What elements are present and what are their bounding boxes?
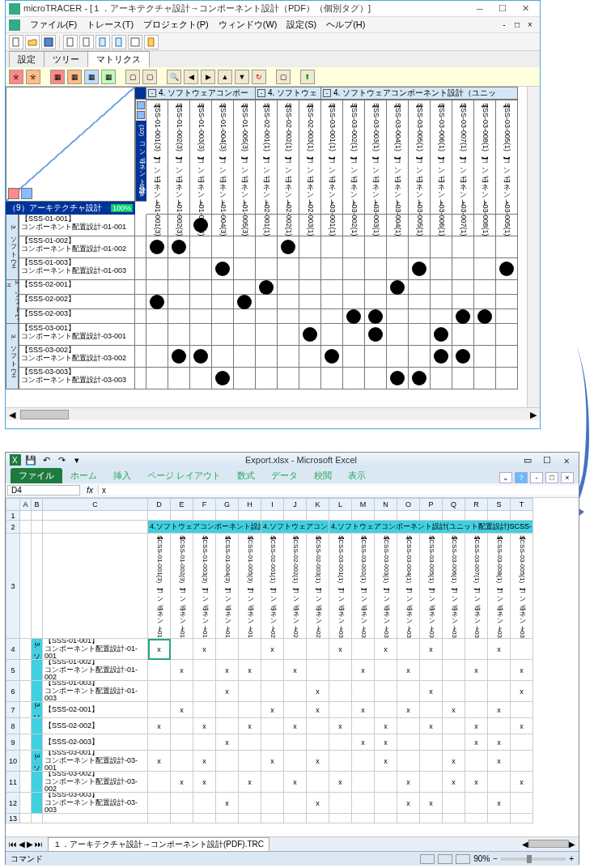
matrix-cell[interactable]: [299, 236, 321, 258]
data-cell[interactable]: x: [193, 751, 216, 772]
data-cell[interactable]: [375, 793, 397, 814]
data-cell[interactable]: x: [465, 718, 488, 734]
matrix-cell[interactable]: [256, 346, 278, 368]
col-letter[interactable]: K: [307, 498, 329, 511]
maximize-button[interactable]: ☐: [491, 2, 514, 16]
cell[interactable]: [43, 534, 148, 639]
cell[interactable]: [20, 751, 32, 772]
data-cell[interactable]: x: [488, 751, 511, 772]
data-cell[interactable]: [352, 681, 375, 702]
matrix-cell[interactable]: [343, 346, 365, 368]
data-cell[interactable]: [216, 639, 239, 660]
matrix-cell[interactable]: [431, 215, 452, 236]
data-cell[interactable]: [443, 660, 465, 681]
col-header[interactable]: 【SSS-01-003(3)】 コンポーネント-01-003(3): [190, 100, 212, 215]
matrix-cell[interactable]: [387, 295, 409, 309]
col-header[interactable]: 【SSS-01-002(3)】 コンポーネント-01-002(3): [168, 100, 190, 215]
matrix-cell[interactable]: [409, 236, 431, 258]
col-group-header[interactable]: 4.ソフトウェアコンポーネント設計(ユ: [148, 521, 261, 534]
matrix-cell[interactable]: [168, 215, 190, 236]
matrix-cell[interactable]: [190, 215, 212, 236]
zoom-in-icon[interactable]: +: [569, 854, 574, 863]
col-header[interactable]: 【SCSS-03-007(1)】 コンポーネント-03-007(1): [465, 534, 488, 639]
matrix-cell[interactable]: [474, 215, 496, 236]
matrix-cell[interactable]: [387, 236, 409, 258]
row-category[interactable]: 3. ソフトウェ: [6, 280, 19, 324]
excel-maximize[interactable]: ☐: [538, 455, 556, 466]
cell[interactable]: [20, 511, 32, 521]
matrix-cell[interactable]: [474, 258, 496, 280]
cell[interactable]: [216, 511, 239, 521]
cell[interactable]: [397, 814, 420, 823]
matrix-cell[interactable]: [409, 368, 431, 389]
matrix-cell[interactable]: [146, 368, 168, 389]
cell[interactable]: [20, 734, 32, 751]
matrix-cell[interactable]: [168, 236, 190, 258]
stub-icon2[interactable]: [137, 111, 145, 119]
matrix-cell[interactable]: [278, 236, 299, 258]
cell[interactable]: [193, 814, 216, 823]
matrix-cell[interactable]: [387, 280, 409, 295]
matrix-cell[interactable]: [431, 309, 452, 324]
matrix-cell[interactable]: [387, 324, 409, 346]
data-cell[interactable]: [465, 702, 488, 718]
row-number[interactable]: 2: [6, 521, 20, 534]
matrix-cell[interactable]: [234, 236, 256, 258]
matrix-cell[interactable]: [452, 368, 474, 389]
matrix-cell[interactable]: [212, 368, 234, 389]
matrix-cell[interactable]: [365, 324, 387, 346]
matrix-cell[interactable]: [474, 309, 496, 324]
col-letter[interactable]: F: [193, 498, 216, 511]
data-cell[interactable]: [443, 681, 465, 702]
view-tab[interactable]: マトリクス: [87, 51, 150, 67]
data-cell[interactable]: [443, 718, 465, 734]
data-cell[interactable]: x: [352, 734, 375, 751]
data-cell[interactable]: [511, 734, 533, 751]
row-header[interactable]: 【SSS-01-001】コンポーネント配置設計-01-001: [19, 215, 135, 236]
matrix-cell[interactable]: [496, 215, 518, 236]
cell[interactable]: [352, 511, 375, 521]
row-number[interactable]: 1: [6, 511, 20, 521]
data-cell[interactable]: x: [465, 734, 488, 751]
cell[interactable]: [20, 660, 32, 681]
matrix-cell[interactable]: [474, 236, 496, 258]
matrix-cell[interactable]: [234, 346, 256, 368]
data-cell[interactable]: [284, 702, 307, 718]
matrix-cell[interactable]: [321, 236, 343, 258]
nav-next-icon[interactable]: ▶: [27, 840, 33, 849]
row-header[interactable]: 【SSS-03-001】コンポーネント配置設計-03-001: [19, 324, 135, 346]
matrix-cell[interactable]: [168, 346, 190, 368]
col-header[interactable]: 【SCSS-02-002(1)】 コンポーネント-02-002(1): [284, 534, 307, 639]
excel-titlebar[interactable]: X 💾 ↶ ↷ ▾ Export.xlsx - Microsoft Excel …: [6, 453, 579, 467]
export-btn[interactable]: ▢: [276, 70, 291, 84]
data-cell[interactable]: x: [307, 751, 329, 772]
matrix-cell[interactable]: [256, 324, 278, 346]
data-cell[interactable]: [329, 734, 352, 751]
col-letter[interactable]: J: [284, 498, 307, 511]
data-cell[interactable]: [443, 734, 465, 751]
data-cell[interactable]: x: [488, 734, 511, 751]
matrix-cell[interactable]: [190, 295, 212, 309]
data-cell[interactable]: [148, 793, 171, 814]
mdi-restore[interactable]: □: [511, 20, 524, 29]
data-cell[interactable]: [375, 660, 397, 681]
data-cell[interactable]: x: [171, 772, 193, 793]
matrix-cell[interactable]: [299, 368, 321, 389]
matrix-cell[interactable]: [343, 309, 365, 324]
data-cell[interactable]: [397, 681, 420, 702]
matrix-cell[interactable]: [234, 309, 256, 324]
matrix-cell[interactable]: [343, 236, 365, 258]
matrix-cell[interactable]: [321, 309, 343, 324]
matrix-cell[interactable]: [190, 324, 212, 346]
up2-icon[interactable]: ⬆: [300, 70, 315, 84]
data-cell[interactable]: [171, 681, 193, 702]
grid4-icon[interactable]: ▦: [101, 70, 116, 84]
col-header[interactable]: 【SSS-01-004(3)】 コンポーネント-01-004(3): [212, 100, 234, 215]
data-cell[interactable]: x: [216, 734, 239, 751]
ribbon-tab[interactable]: 校閲: [306, 468, 340, 483]
horizontal-scrollbar[interactable]: ◀▶: [6, 407, 540, 420]
search-icon[interactable]: 🔍: [167, 70, 181, 84]
col-header[interactable]: 【SCSS-03-002(1)】 コンポーネント-03-002(1): [352, 534, 375, 639]
qat-more-icon[interactable]: ▾: [70, 454, 83, 466]
matrix-cell[interactable]: [343, 215, 365, 236]
